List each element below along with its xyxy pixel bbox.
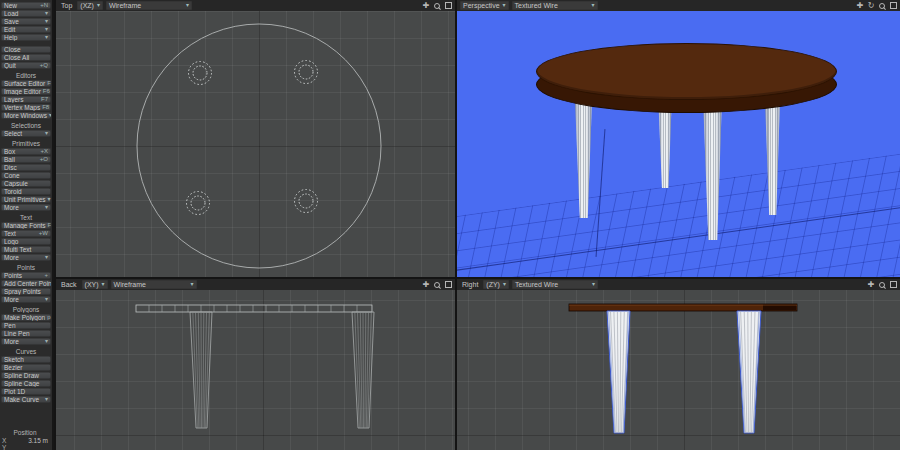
entry-plot-1d[interactable]: Plot 1D: [1, 388, 51, 395]
entry-disc[interactable]: Disc: [1, 164, 51, 171]
entry-select[interactable]: Select ▾: [1, 130, 51, 137]
viewport-controls: ✚: [867, 281, 897, 289]
entry-unit-primitives[interactable]: Unit Primitives ▾: [1, 196, 51, 203]
chevron-down-icon: ▾: [186, 0, 189, 11]
modeler-window: New +N Load ▾ Save ▾ Edit ▾: [0, 0, 900, 450]
entry-logo[interactable]: Logo: [1, 238, 51, 245]
entry-capsule[interactable]: Capsule: [1, 180, 51, 187]
top-viewport-canvas[interactable]: [56, 11, 455, 277]
spacer-gap: [1, 42, 51, 45]
entry-layers[interactable]: Layers F7: [1, 96, 51, 103]
entry-multi-text[interactable]: Multi Text: [1, 246, 51, 253]
entry-x: X 3.15 m: [2, 437, 48, 444]
entry-pen[interactable]: Pen: [1, 322, 51, 329]
entry-line-pen[interactable]: Line Pen: [1, 330, 51, 337]
entry-bezier[interactable]: Bezier: [1, 364, 51, 371]
table-wireframe-backview: [56, 290, 455, 450]
entry-make-curve[interactable]: Make Curve ▾: [1, 396, 51, 403]
view-axes-dropdown[interactable]: (XY) ▾: [82, 280, 108, 289]
viewport-right: Right (ZY) ▾ Textured Wire ▾ ✚: [457, 279, 900, 450]
right-viewport-header: Right (ZY) ▾ Textured Wire ▾ ✚: [457, 279, 900, 290]
entry-close[interactable]: Close: [1, 46, 51, 53]
render-style-dropdown[interactable]: Textured Wire ▾: [512, 1, 598, 10]
maximize-icon[interactable]: [444, 281, 452, 289]
rotate-icon[interactable]: ↻: [867, 2, 875, 10]
entry-image-editor[interactable]: Image Editor F6: [1, 88, 51, 95]
section-header-primitives: Primitives: [1, 140, 51, 147]
maximize-icon[interactable]: [444, 2, 452, 10]
pan-icon[interactable]: ✚: [867, 281, 875, 289]
position-title: Position: [2, 429, 48, 436]
entry-more[interactable]: More ▾: [1, 204, 51, 211]
entry-close-all[interactable]: Close All: [1, 54, 51, 61]
entry-more[interactable]: More ▾: [1, 254, 51, 261]
entry-new[interactable]: New +N: [1, 2, 51, 9]
entry-text[interactable]: Text +W: [1, 230, 51, 237]
chevron-down-icon: ▾: [97, 0, 100, 11]
render-style-dropdown[interactable]: Wireframe ▾: [106, 1, 192, 10]
toolbar-entries: New +N Load ▾ Save ▾ Edit ▾: [1, 2, 51, 403]
section-header-selections: Selections: [1, 122, 51, 129]
render-style-dropdown[interactable]: Textured Wire ▾: [512, 280, 598, 289]
entry-load[interactable]: Load ▾: [1, 10, 51, 17]
entry-edit[interactable]: Edit ▾: [1, 26, 51, 33]
right-viewport-canvas[interactable]: [457, 290, 900, 450]
viewport-controls: ✚ ↻: [856, 2, 897, 10]
entry-vertex-maps[interactable]: Vertex Maps F8: [1, 104, 51, 111]
entry-make-polygon[interactable]: Make Polygon p: [1, 314, 51, 321]
entry-toroid[interactable]: Toroid: [1, 188, 51, 195]
render-style-dropdown[interactable]: Wireframe ▾: [111, 280, 197, 289]
entry-spline-cage[interactable]: Spline Cage: [1, 380, 51, 387]
top-viewport-header: Top (XZ) ▾ Wireframe ▾ ✚: [56, 0, 455, 11]
view-type-label: Right: [460, 279, 480, 290]
entry-manage-fonts[interactable]: Manage Fonts F10: [1, 222, 51, 229]
entry-add-center-point[interactable]: Add Center Point: [1, 280, 51, 287]
entry-cone[interactable]: Cone: [1, 172, 51, 179]
chevron-down-icon: ▾: [102, 279, 105, 290]
entry-box[interactable]: Box +X: [1, 148, 51, 155]
viewport-top: Top (XZ) ▾ Wireframe ▾ ✚: [56, 0, 455, 277]
chevron-down-icon: ▾: [592, 279, 595, 290]
maximize-icon[interactable]: [889, 2, 897, 10]
view-type-label: Back: [59, 279, 79, 290]
entry-sketch[interactable]: Sketch: [1, 356, 51, 363]
entry-surface-editor[interactable]: Surface Editor F5: [1, 80, 51, 87]
entry-points[interactable]: Points +: [1, 272, 51, 279]
viewport-controls: ✚: [422, 281, 452, 289]
chevron-down-icon: ▾: [592, 0, 595, 11]
view-type-dropdown[interactable]: Perspective ▾: [460, 1, 509, 10]
entry-ball[interactable]: Ball +O: [1, 156, 51, 163]
section-header-editors: Editors: [1, 72, 51, 79]
viewport-back: Back (XY) ▾ Wireframe ▾ ✚: [56, 279, 455, 450]
entry-spline-draw[interactable]: Spline Draw: [1, 372, 51, 379]
entry-y: Y: [2, 444, 48, 450]
position-rows: X 3.15 m Y Z 1.35: [2, 437, 48, 450]
view-axes-dropdown[interactable]: (ZY) ▾: [483, 280, 509, 289]
zoom-icon[interactable]: [878, 281, 886, 289]
chevron-down-icon: ▾: [503, 0, 506, 11]
pan-icon[interactable]: ✚: [422, 2, 430, 10]
entry-more-windows[interactable]: More Windows ▾: [1, 112, 51, 119]
entry-more[interactable]: More ▾: [1, 296, 51, 303]
pan-icon[interactable]: ✚: [856, 2, 864, 10]
entry-quit[interactable]: Quit +Q: [1, 62, 51, 69]
perspective-viewport-header: Perspective ▾ Textured Wire ▾ ✚ ↻: [457, 0, 900, 11]
entry-more[interactable]: More ▾: [1, 338, 51, 345]
entry-save[interactable]: Save ▾: [1, 18, 51, 25]
entry-spray-points[interactable]: Spray Points: [1, 288, 51, 295]
tabletop-surface: [536, 43, 837, 100]
back-viewport-canvas[interactable]: [56, 290, 455, 450]
left-toolbar: New +N Load ▾ Save ▾ Edit ▾: [0, 0, 54, 450]
chevron-down-icon: ▾: [503, 279, 506, 290]
section-header-polygons: Polygons: [1, 306, 51, 313]
zoom-icon[interactable]: [433, 2, 441, 10]
zoom-icon[interactable]: [433, 281, 441, 289]
view-axes-dropdown[interactable]: (XZ) ▾: [77, 1, 103, 10]
perspective-viewport-canvas[interactable]: [457, 11, 900, 277]
ground-grid: [457, 119, 900, 277]
entry-help[interactable]: Help ▾: [1, 34, 51, 41]
position-readout: Position X 3.15 m Y Z 1.35: [2, 429, 48, 450]
zoom-icon[interactable]: [878, 2, 886, 10]
maximize-icon[interactable]: [889, 281, 897, 289]
pan-icon[interactable]: ✚: [422, 281, 430, 289]
